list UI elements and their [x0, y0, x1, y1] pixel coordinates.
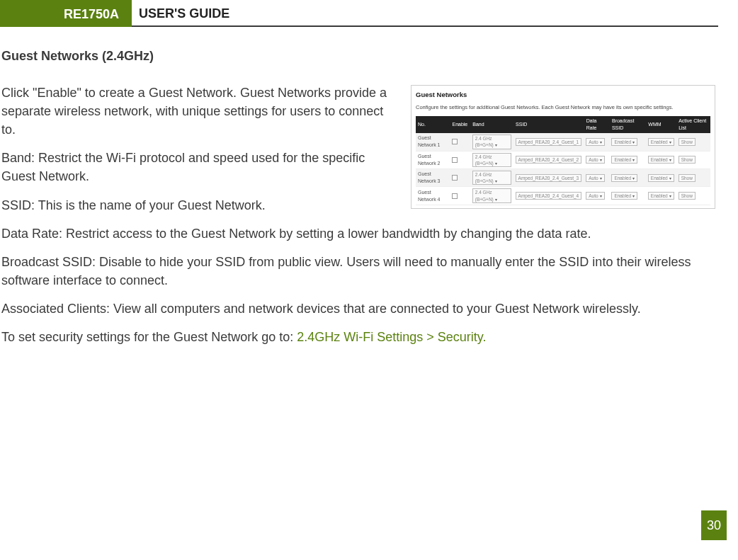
table-row: Guest Network 1 2.4 GHz (B+G+N) Amped_RE… [416, 133, 710, 151]
rate-select[interactable]: Auto [586, 174, 604, 182]
cell-bcast: Enabled [609, 151, 645, 168]
cell-no: Guest Network 1 [416, 133, 450, 151]
bcast-select[interactable]: Enabled [611, 156, 637, 164]
band-select[interactable]: 2.4 GHz (B+G+N) [472, 135, 511, 149]
ssid-input[interactable]: Amped_REA20_2.4_Guest_3 [516, 174, 582, 182]
cell-band: 2.4 GHz (B+G+N) [470, 151, 513, 168]
paragraph-datarate: Data Rate: Restrict access to the Guest … [1, 224, 718, 243]
bcast-select[interactable]: Enabled [611, 192, 637, 200]
band-select[interactable]: 2.4 GHz (B+G+N) [472, 171, 511, 185]
screenshot-desc: Configure the settings for additional Gu… [416, 104, 710, 112]
ssid-input[interactable]: Amped_REA20_2.4_Guest_2 [516, 156, 582, 164]
cell-show: Show [676, 187, 710, 205]
cell-rate: Auto [584, 168, 609, 186]
rate-select[interactable]: Auto [586, 192, 604, 200]
security-link[interactable]: 2.4GHz Wi-Fi Settings > Security. [297, 330, 486, 344]
table-row: Guest Network 2 2.4 GHz (B+G+N) Amped_RE… [416, 151, 710, 168]
wmm-select[interactable]: Enabled [648, 192, 674, 200]
page-header: RE1750A USER'S GUIDE [0, 0, 738, 27]
wmm-select[interactable]: Enabled [648, 156, 674, 164]
wmm-select[interactable]: Enabled [648, 174, 674, 182]
show-button[interactable]: Show [679, 174, 696, 182]
bcast-select[interactable]: Enabled [611, 138, 637, 146]
cell-enable [450, 133, 470, 151]
cell-show: Show [676, 151, 710, 168]
col-wmm: WMM [646, 116, 676, 133]
col-no: No. [416, 116, 450, 133]
cell-no: Guest Network 2 [416, 151, 450, 168]
cell-wmm: Enabled [646, 133, 676, 151]
cell-band: 2.4 GHz (B+G+N) [470, 187, 513, 205]
screenshot-title: Guest Networks [416, 90, 710, 100]
cell-rate: Auto [584, 133, 609, 151]
show-button[interactable]: Show [679, 138, 696, 146]
guest-networks-rows: Guest Network 1 2.4 GHz (B+G+N) Amped_RE… [416, 133, 710, 205]
paragraph-clients: Associated Clients: View all computers a… [1, 299, 718, 318]
section-heading: Guest Networks (2.4GHz) [1, 47, 718, 65]
paragraph-security: To set security settings for the Guest N… [1, 328, 718, 346]
checkbox-icon[interactable] [452, 193, 458, 199]
cell-wmm: Enabled [646, 168, 676, 186]
ssid-input[interactable]: Amped_REA20_2.4_Guest_4 [516, 192, 582, 200]
cell-ssid: Amped_REA20_2.4_Guest_1 [513, 133, 584, 151]
guest-networks-screenshot: Guest Networks Configure the settings fo… [411, 85, 715, 209]
show-button[interactable]: Show [679, 192, 696, 200]
cell-show: Show [676, 168, 710, 186]
page-content: Guest Networks (2.4GHz) Guest Networks C… [0, 27, 738, 356]
cell-enable [450, 187, 470, 205]
col-band: Band [470, 116, 513, 133]
cell-ssid: Amped_REA20_2.4_Guest_2 [513, 151, 584, 168]
ssid-input[interactable]: Amped_REA20_2.4_Guest_1 [516, 138, 582, 146]
cell-show: Show [676, 133, 710, 151]
cell-rate: Auto [584, 187, 609, 205]
paragraph-broadcast: Broadcast SSID: Disable to hide your SSI… [1, 253, 718, 290]
cell-bcast: Enabled [609, 168, 645, 186]
col-datarate: Data Rate [584, 116, 609, 133]
checkbox-icon[interactable] [452, 139, 458, 144]
table-row: Guest Network 4 2.4 GHz (B+G+N) Amped_RE… [416, 187, 710, 205]
cell-wmm: Enabled [646, 151, 676, 168]
cell-bcast: Enabled [609, 133, 645, 151]
bcast-select[interactable]: Enabled [611, 174, 637, 182]
col-enable: Enable [450, 116, 470, 133]
checkbox-icon[interactable] [452, 157, 458, 163]
cell-ssid: Amped_REA20_2.4_Guest_3 [513, 168, 584, 186]
table-row: Guest Network 3 2.4 GHz (B+G+N) Amped_RE… [416, 168, 710, 186]
cell-band: 2.4 GHz (B+G+N) [470, 168, 513, 186]
rate-select[interactable]: Auto [586, 138, 604, 146]
col-broadcast: Broadcast SSID [609, 116, 645, 133]
cell-ssid: Amped_REA20_2.4_Guest_4 [513, 187, 584, 205]
checkbox-icon[interactable] [452, 175, 458, 181]
guest-networks-table: No. Enable Band SSID Data Rate Broadcast… [416, 116, 710, 205]
rate-select[interactable]: Auto [586, 156, 604, 164]
cell-wmm: Enabled [646, 187, 676, 205]
cell-no: Guest Network 4 [416, 187, 450, 205]
cell-no: Guest Network 3 [416, 168, 450, 186]
band-select[interactable]: 2.4 GHz (B+G+N) [472, 188, 511, 202]
page-number-badge: 30 [701, 510, 727, 540]
show-button[interactable]: Show [679, 156, 696, 164]
cell-bcast: Enabled [609, 187, 645, 205]
wmm-select[interactable]: Enabled [648, 138, 674, 146]
security-prefix: To set security settings for the Guest N… [1, 330, 297, 344]
product-model-badge: RE1750A [0, 0, 132, 27]
cell-band: 2.4 GHz (B+G+N) [470, 133, 513, 151]
col-ssid: SSID [513, 116, 584, 133]
cell-enable [450, 168, 470, 186]
band-select[interactable]: 2.4 GHz (B+G+N) [472, 153, 511, 167]
col-clientlist: Active Client List [676, 116, 710, 133]
doc-title: USER'S GUIDE [132, 0, 718, 27]
cell-enable [450, 151, 470, 168]
body-wrap: Guest Networks Configure the settings fo… [1, 84, 718, 356]
cell-rate: Auto [584, 151, 609, 168]
